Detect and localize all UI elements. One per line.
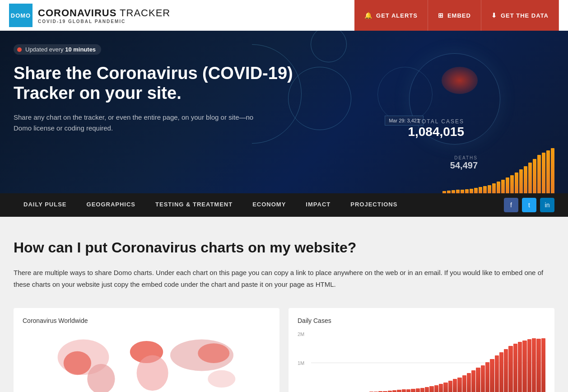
update-text: Updated every 10 minutes <box>25 46 96 53</box>
svg-point-6 <box>198 343 229 363</box>
linkedin-letter: in <box>545 201 550 209</box>
daily-bar <box>457 378 461 392</box>
hero-bar <box>542 153 545 193</box>
worldwide-chart-title: Coronavirus Worldwide <box>23 317 270 324</box>
daily-bar <box>443 383 447 392</box>
hero-bar <box>474 188 478 193</box>
site-subtitle: COVID-19 GLOBAL PANDEMIC <box>38 19 170 24</box>
header-actions: 🔔 GET ALERTS ⊞ EMBED ⬇ GET THE DATA <box>354 0 559 31</box>
daily-bar <box>485 362 489 392</box>
nav-link-geographics[interactable]: GEOGRAPHICS <box>77 193 146 217</box>
y-label-top: 2M <box>298 331 304 337</box>
nav-link-projections[interactable]: PROJECTIONS <box>340 193 407 217</box>
main-content: How can I put Coronavirus charts on my w… <box>0 217 568 392</box>
hero-bar <box>461 190 464 193</box>
daily-bar <box>397 390 401 392</box>
twitter-icon[interactable]: t <box>522 198 536 212</box>
hero-bar <box>501 180 505 193</box>
daily-bar <box>476 368 480 392</box>
daily-bar <box>490 359 494 392</box>
daily-cases-chart-card: Daily Cases 2M 1M <box>289 308 554 392</box>
live-indicator <box>17 47 22 52</box>
linkedin-icon[interactable]: in <box>540 198 554 212</box>
site-title: CORONAVIRUS TRACKER <box>38 7 170 19</box>
charts-grid: Coronavirus Worldwide <box>14 308 554 392</box>
daily-bar <box>411 389 415 392</box>
daily-bar <box>481 365 485 392</box>
hero-bar <box>524 166 527 193</box>
hero-bar <box>470 189 473 193</box>
svg-point-4 <box>137 355 168 391</box>
download-icon: ⬇ <box>491 12 497 19</box>
daily-cases-title: Daily Cases <box>298 317 545 324</box>
daily-bars <box>313 336 545 392</box>
daily-bar <box>499 352 503 392</box>
get-alerts-button[interactable]: 🔔 GET ALERTS <box>354 0 428 31</box>
circle-ring-medium <box>288 67 351 130</box>
section-title: How can I put Coronavirus charts on my w… <box>14 239 554 256</box>
hero-content: Updated every 10 minutes Share the Coron… <box>14 44 293 134</box>
daily-bar <box>522 341 526 392</box>
nav-links: DAILY PULSEGEOGRAPHICSTESTING & TREATMEN… <box>14 193 407 217</box>
daily-bar <box>448 381 452 392</box>
daily-bar <box>508 346 512 392</box>
daily-bar <box>425 387 429 392</box>
outbreak-blob <box>442 67 478 94</box>
svg-point-7 <box>208 370 235 388</box>
logo-area: DOMO CORONAVIRUS TRACKER COVID-19 GLOBAL… <box>9 4 170 27</box>
hero-bar <box>456 190 460 193</box>
nav-link-daily-pulse[interactable]: DAILY PULSE <box>14 193 77 217</box>
daily-bar <box>439 384 443 392</box>
logo-text: CORONAVIRUS TRACKER COVID-19 GLOBAL PAND… <box>38 7 170 24</box>
daily-bar <box>518 342 522 392</box>
y-label-mid: 1M <box>298 360 304 366</box>
hero-section: Updated every 10 minutes Share the Coron… <box>0 31 568 193</box>
hero-description: Share any chart on the tracker, or even … <box>14 112 257 134</box>
hero-bar <box>551 148 554 193</box>
domo-logo: DOMO <box>9 4 33 27</box>
twitter-letter: t <box>528 201 530 209</box>
hero-bar <box>497 182 500 193</box>
hero-bar <box>506 177 509 193</box>
hero-bar <box>528 163 532 193</box>
worldwide-map-placeholder <box>23 331 270 392</box>
daily-bar <box>392 390 396 392</box>
facebook-letter: f <box>510 201 512 209</box>
nav-bar: DAILY PULSEGEOGRAPHICSTESTING & TREATMEN… <box>0 193 568 217</box>
nav-link-testing---treatment[interactable]: TESTING & TREATMENT <box>145 193 242 217</box>
daily-bar <box>513 344 517 392</box>
daily-bar <box>504 349 508 392</box>
circle-ring-small <box>311 31 347 62</box>
hero-bar <box>510 175 514 193</box>
hero-visual: Mar 29: 3,421 TOTAL CASES 1,084,015 DEAT… <box>252 31 568 193</box>
daily-bar <box>462 375 466 392</box>
daily-bar <box>416 388 420 392</box>
hero-bar <box>465 189 469 193</box>
update-badge: Updated every 10 minutes <box>14 44 101 55</box>
hero-bar <box>546 150 550 193</box>
daily-bar <box>536 339 540 392</box>
daily-bar <box>420 388 424 392</box>
header: DOMO CORONAVIRUS TRACKER COVID-19 GLOBAL… <box>0 0 568 31</box>
hero-bar <box>442 191 446 193</box>
get-data-button[interactable]: ⬇ GET THE DATA <box>481 0 559 31</box>
hero-bar <box>519 169 523 193</box>
bell-icon: 🔔 <box>364 12 372 19</box>
worldwide-chart-card: Coronavirus Worldwide <box>14 308 279 392</box>
nav-link-impact[interactable]: IMPACT <box>296 193 340 217</box>
hero-title: Share the Coronavirus (COVID-19) Tracker… <box>14 64 293 103</box>
hero-bar <box>492 183 496 193</box>
daily-bar <box>434 385 438 392</box>
embed-button[interactable]: ⊞ EMBED <box>428 0 481 31</box>
embed-icon: ⊞ <box>438 12 444 19</box>
nav-link-economy[interactable]: ECONOMY <box>242 193 296 217</box>
social-icons: f t in <box>504 198 554 212</box>
hero-bar-chart <box>442 121 554 193</box>
world-map-svg <box>23 331 270 392</box>
hero-bar <box>452 190 455 193</box>
daily-bar <box>467 373 471 392</box>
hero-bar <box>533 159 536 193</box>
daily-cases-chart: 2M 1M <box>298 331 545 392</box>
svg-point-1 <box>64 351 91 375</box>
facebook-icon[interactable]: f <box>504 198 518 212</box>
